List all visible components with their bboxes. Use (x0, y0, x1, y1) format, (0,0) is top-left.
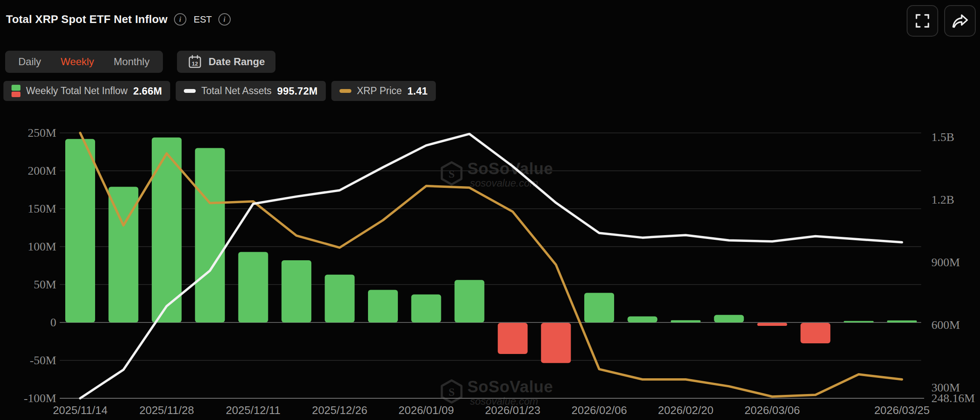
inflow-bar[interactable] (627, 316, 657, 322)
x-axis-label: 2026/02/06 (571, 404, 627, 417)
x-axis-label: 2026/01/23 (485, 404, 540, 417)
inflow-bar[interactable] (541, 323, 571, 363)
inflow-bar[interactable] (584, 293, 614, 322)
left-axis-label: 0 (50, 316, 56, 329)
x-axis-label: 2026/03/06 (745, 404, 800, 417)
x-axis-label: 2026/02/20 (658, 404, 713, 417)
right-axis-label: 248.16M (931, 391, 975, 405)
left-axis-label: 100M (28, 240, 56, 253)
inflow-bar[interactable] (887, 320, 917, 322)
etf-net-inflow-chart[interactable]: 250M200M150M100M50M0-50M-100M1.5B1.2B900… (0, 0, 980, 420)
right-axis-label: 600M (931, 318, 960, 331)
inflow-bar[interactable] (455, 280, 484, 322)
left-axis-label: 50M (34, 278, 56, 291)
x-axis-label: 2025/11/14 (53, 404, 107, 417)
inflow-bar[interactable] (195, 148, 225, 322)
left-axis-label: -100M (24, 391, 56, 405)
inflow-bar[interactable] (671, 320, 701, 322)
x-axis-label: 2025/12/11 (226, 404, 281, 417)
x-axis-label: 2025/11/28 (139, 404, 194, 417)
inflow-bar[interactable] (325, 275, 355, 322)
inflow-bar[interactable] (411, 294, 441, 322)
inflow-bar[interactable] (757, 323, 787, 326)
inflow-bar[interactable] (238, 252, 268, 322)
right-axis-label: 900M (931, 256, 960, 269)
inflow-bar[interactable] (281, 260, 311, 322)
x-axis-label: 2025/12/26 (312, 404, 367, 417)
inflow-bar[interactable] (800, 323, 830, 343)
x-axis-label: 2026/01/09 (398, 404, 454, 417)
left-axis-label: -50M (30, 354, 56, 367)
inflow-bar[interactable] (65, 139, 95, 322)
x-axis-label: 2026/03/25 (874, 404, 930, 417)
left-axis-label: 250M (28, 126, 56, 139)
inflow-bar[interactable] (368, 290, 398, 322)
left-axis-label: 150M (28, 202, 56, 215)
right-axis-label: 1.2B (931, 193, 954, 206)
right-axis-label: 1.5B (931, 130, 954, 144)
inflow-bar[interactable] (714, 315, 744, 322)
left-axis-label: 200M (28, 164, 56, 177)
inflow-bar[interactable] (844, 321, 874, 322)
inflow-bar[interactable] (498, 323, 528, 354)
